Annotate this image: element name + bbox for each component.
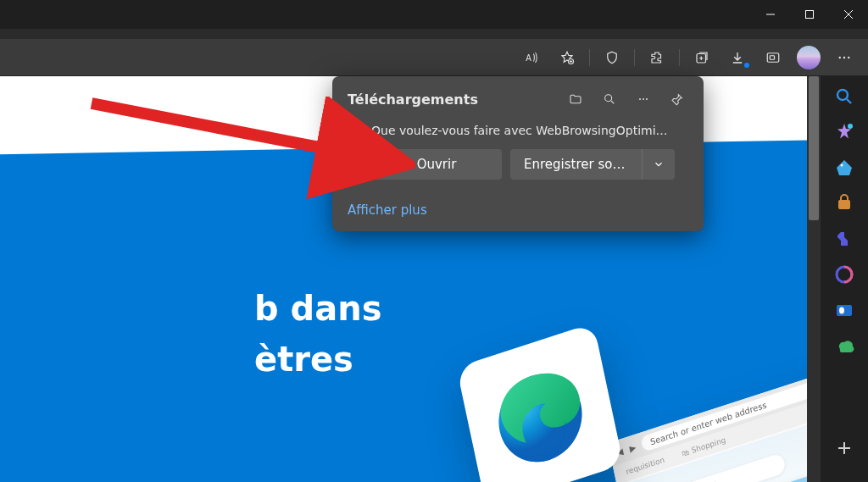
save-as-split-button[interactable]: Enregistrer so… <box>510 149 675 180</box>
svg-rect-1 <box>806 11 814 19</box>
svg-point-15 <box>841 164 843 167</box>
profile-avatar[interactable] <box>797 46 821 69</box>
edge-sidebar <box>821 76 868 482</box>
download-active-badge <box>743 61 751 69</box>
chevron-down-icon[interactable] <box>642 149 665 180</box>
svg-point-23 <box>646 98 648 100</box>
download-prompt-text: Que voulez-vous faire avec WebBrowsingOp… <box>371 124 668 137</box>
downloads-panel: Téléchargements Que voulez-vous faire av… <box>332 76 704 231</box>
svg-point-20 <box>605 95 612 102</box>
browser-toolbar: A <box>0 39 868 76</box>
web-capture-button[interactable] <box>756 42 790 73</box>
svg-point-11 <box>848 56 849 58</box>
add-favorite-button[interactable] <box>550 42 584 73</box>
downloads-more-button[interactable] <box>629 86 658 112</box>
show-more-link[interactable]: Afficher plus <box>348 202 427 218</box>
svg-point-21 <box>639 98 641 100</box>
window-close-button[interactable] <box>829 0 868 29</box>
window-maximize-button[interactable] <box>790 0 829 29</box>
file-type-icon <box>348 125 363 141</box>
svg-text:A: A <box>526 53 531 62</box>
collections-button[interactable] <box>685 42 719 73</box>
sidebar-add-icon[interactable] <box>834 438 854 458</box>
svg-rect-16 <box>838 200 850 209</box>
sidebar-onedrive-icon[interactable] <box>834 335 854 356</box>
svg-point-22 <box>643 98 644 100</box>
download-item: Que voulez-vous faire avec WebBrowsingOp… <box>332 120 704 191</box>
window-titlebar <box>0 0 868 29</box>
downloads-open-folder-button[interactable] <box>561 86 590 112</box>
sidebar-search-icon[interactable] <box>834 86 854 107</box>
extensions-button[interactable] <box>640 42 674 73</box>
open-button[interactable]: Ouvrir <box>371 149 502 180</box>
downloads-pin-button[interactable] <box>663 86 692 112</box>
svg-point-14 <box>848 124 853 129</box>
scrollbar-thumb[interactable] <box>809 76 819 220</box>
sidebar-games-icon[interactable] <box>834 229 854 249</box>
svg-point-9 <box>839 56 841 58</box>
hero-text: b dans ètres <box>254 283 381 385</box>
downloads-button[interactable] <box>721 42 754 73</box>
svg-rect-8 <box>770 55 774 59</box>
read-aloud-button[interactable]: A <box>515 42 548 73</box>
svg-rect-7 <box>767 53 779 62</box>
svg-point-19 <box>839 307 844 314</box>
settings-more-button[interactable] <box>827 42 861 73</box>
tab-strip <box>0 29 868 39</box>
downloads-search-button[interactable] <box>595 86 624 112</box>
sidebar-outlook-icon[interactable] <box>834 300 854 320</box>
window-minimize-button[interactable] <box>751 0 790 29</box>
downloads-title: Téléchargements <box>348 91 556 108</box>
sidebar-discover-icon[interactable] <box>834 122 854 142</box>
svg-point-13 <box>837 90 848 100</box>
sidebar-tools-icon[interactable] <box>834 193 854 213</box>
tracking-prevention-button[interactable] <box>595 42 629 73</box>
page-scrollbar[interactable] <box>807 76 821 482</box>
sidebar-shopping-icon[interactable] <box>834 158 854 178</box>
sidebar-office-icon[interactable] <box>834 264 854 285</box>
edge-logo-icon <box>481 350 598 481</box>
hero-line-1: b dans <box>254 283 381 334</box>
hero-line-2: ètres <box>254 334 381 385</box>
save-as-label: Enregistrer so… <box>524 157 633 172</box>
svg-point-10 <box>843 56 845 58</box>
